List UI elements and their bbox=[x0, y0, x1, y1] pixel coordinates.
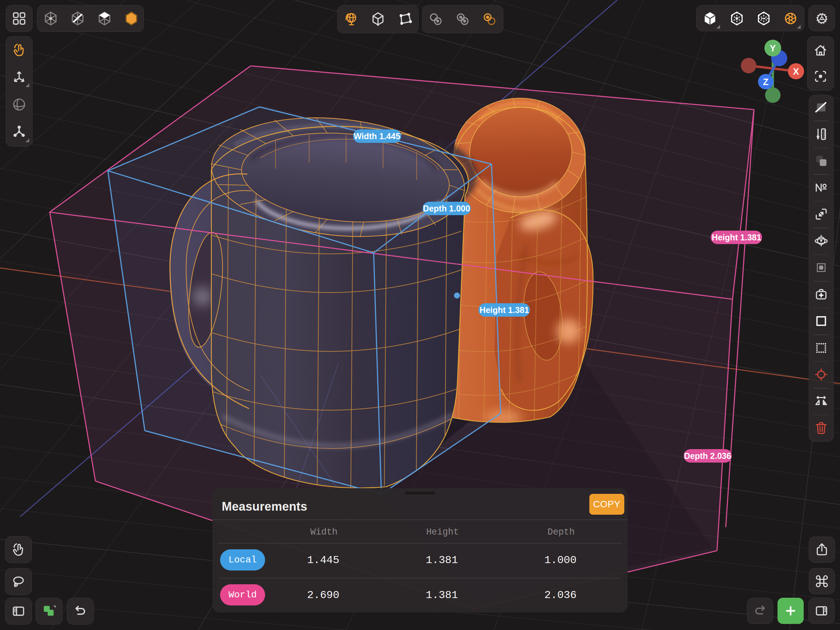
svg-text:Height 1.381: Height 1.381 bbox=[480, 305, 529, 315]
svg-text:Width 1.445: Width 1.445 bbox=[354, 131, 401, 141]
svg-text:Z: Z bbox=[763, 77, 769, 87]
svg-text:Depth 1.000: Depth 1.000 bbox=[423, 204, 470, 213]
svg-text:X: X bbox=[793, 66, 799, 77]
svg-text:Height 1.381: Height 1.381 bbox=[712, 233, 761, 242]
svg-text:Y: Y bbox=[770, 43, 776, 54]
svg-text:Depth 2.036: Depth 2.036 bbox=[684, 451, 731, 461]
